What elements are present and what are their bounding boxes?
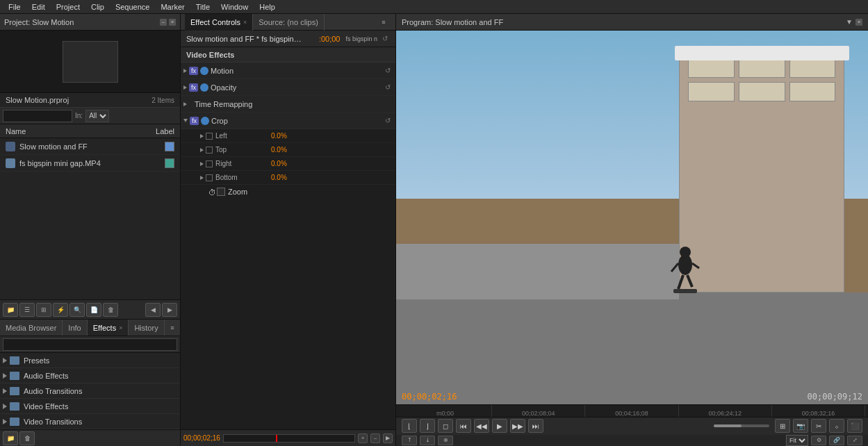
timecode-overlay-right: 00;00;09;12 [808,392,862,402]
menu-window[interactable]: Window [215,0,254,13]
menu-title[interactable]: Title [190,0,215,13]
right-keyframe-btn[interactable] [206,160,213,167]
window [688,82,735,101]
tab-history[interactable]: History [129,320,164,336]
top-keyframe-btn[interactable] [206,147,213,154]
effects-search-input[interactable] [3,338,177,351]
menu-file[interactable]: File [3,0,26,13]
safe-margins-button[interactable]: ⊞ [775,419,790,433]
icon-view-button[interactable]: ⊞ [36,303,51,317]
menu-help[interactable]: Help [254,0,281,13]
full-screen-btn[interactable]: ⤢ [847,436,862,445]
sidebar-item-video-effects[interactable]: Video Effects [0,399,180,414]
go-to-out-button[interactable]: ⏭ [528,419,543,433]
ec-reset-btn[interactable]: ↺ [380,34,390,44]
volume-slider[interactable] [714,424,769,427]
tab-effect-controls[interactable]: Effect Controls × [185,14,253,31]
project-thumbnail-area [0,31,180,93]
param-bottom-value[interactable]: 0.0% [271,174,306,181]
param-right-value[interactable]: 0.0% [271,160,306,167]
ec-scroll-right[interactable]: ▶ [383,433,393,443]
mark-in-button[interactable]: ⌊ [402,419,417,433]
program-monitor-close[interactable]: × [855,19,862,26]
bottom-keyframe-btn[interactable] [206,174,213,181]
step-back-button[interactable]: ◀◀ [474,419,489,433]
fx-badge: fx [190,117,199,125]
ec-timeline-track[interactable] [223,434,355,443]
scroll-left-button[interactable]: ◀ [145,303,161,317]
project-panel-close[interactable]: × [169,19,176,26]
settings-btn[interactable]: ⚙ [811,436,826,445]
col-name: Name [6,127,26,135]
scroll-right-button[interactable]: ▶ [162,303,177,317]
ec-playhead [276,435,277,442]
clear-button[interactable]: 🗑 [103,303,118,317]
menu-marker[interactable]: Marker [155,0,190,13]
step-forward-button[interactable]: ▶▶ [510,419,525,433]
svg-rect-6 [673,289,697,293]
motion-effect-row[interactable]: fx Motion ↺ [181,63,395,79]
export-frame-button[interactable]: 📷 [793,419,808,433]
extract-button[interactable]: ⤓ [420,436,435,445]
window [688,58,735,78]
param-left-value[interactable]: 0.0% [271,132,306,140]
mark-out-button[interactable]: ⌋ [420,419,435,433]
trim-monitor-button[interactable]: ✂ [811,419,826,433]
crop-effect-row[interactable]: fx Crop ↺ [181,113,395,129]
menu-clip[interactable]: Clip [85,0,110,13]
list-item[interactable]: fs bigspin mini gap.MP4 [0,155,180,172]
effects-tab-close[interactable]: × [119,324,122,331]
new-custom-bin-button[interactable]: 📁 [3,431,18,445]
effects-panel-menu[interactable]: ≡ [165,321,180,335]
sidebar-item-video-transitions[interactable]: Video Transitions [0,414,180,429]
go-to-in-button[interactable]: ⏮ [456,419,471,433]
list-item[interactable]: Slow motion and FF [0,138,180,155]
effects-tabs: Media Browser Info Effects × History ≡ [0,320,180,336]
overwrite-button[interactable]: ⬛ [847,419,862,433]
opacity-reset-btn[interactable]: ↺ [383,83,393,92]
motion-reset-btn[interactable]: ↺ [383,66,393,76]
sidebar-item-audio-effects[interactable]: Audio Effects [0,368,180,383]
delete-effect-button[interactable]: 🗑 [19,431,35,445]
project-search-input[interactable] [3,110,72,122]
program-timescale: m0;00 00;02;08;04 00;04;16;08 00;06;24;1… [396,405,868,418]
new-bin-button[interactable]: 📁 [3,303,18,317]
zoom-checkbox[interactable] [217,188,225,196]
new-item-button[interactable]: 📄 [86,303,101,317]
mark-clip-button[interactable]: ◻ [438,419,453,433]
ec-zoom-out[interactable]: – [370,433,380,443]
tab-info[interactable]: Info [63,320,87,336]
in-select[interactable]: All [85,110,109,122]
zoom-button[interactable]: ⊕ [438,436,453,445]
menu-project[interactable]: Project [51,0,85,13]
ec-zoom-in[interactable]: + [358,433,368,443]
snow [675,46,849,61]
tab-source[interactable]: Source: (no clips) [253,14,325,31]
ground [396,292,868,404]
tab-media-browser[interactable]: Media Browser [0,320,63,336]
tab-effects[interactable]: Effects × [88,320,129,336]
project-panel-minimize[interactable]: – [160,19,167,26]
time-remapping-effect-row[interactable]: Time Remapping [181,96,395,113]
crop-reset-btn[interactable]: ↺ [383,116,393,126]
param-right-name: Right [215,160,271,167]
video-transitions-label: Video Transitions [24,418,82,426]
auto-match-button[interactable]: ⚡ [53,303,68,317]
menu-sequence[interactable]: Sequence [110,0,156,13]
list-view-button[interactable]: ☰ [19,303,35,317]
sidebar-item-presets[interactable]: Presets [0,353,180,368]
find-button[interactable]: 🔍 [69,303,85,317]
ledge [396,244,679,300]
opacity-effect-row[interactable]: fx Opacity ↺ [181,79,395,96]
left-keyframe-btn[interactable] [206,133,213,140]
effect-controls-menu[interactable]: ≡ [376,15,391,29]
sidebar-item-audio-transitions[interactable]: Audio Transitions [0,383,180,399]
menu-edit[interactable]: Edit [26,0,51,13]
insert-button[interactable]: ⬦ [829,419,844,433]
param-top-value[interactable]: 0.0% [271,146,306,154]
effect-controls-tab-close[interactable]: × [243,19,247,26]
play-button[interactable]: ▶ [492,419,507,433]
fit-select[interactable]: Fit [786,435,808,446]
lift-button[interactable]: ⤒ [402,436,417,445]
gang-btn[interactable]: 🔗 [829,436,844,445]
